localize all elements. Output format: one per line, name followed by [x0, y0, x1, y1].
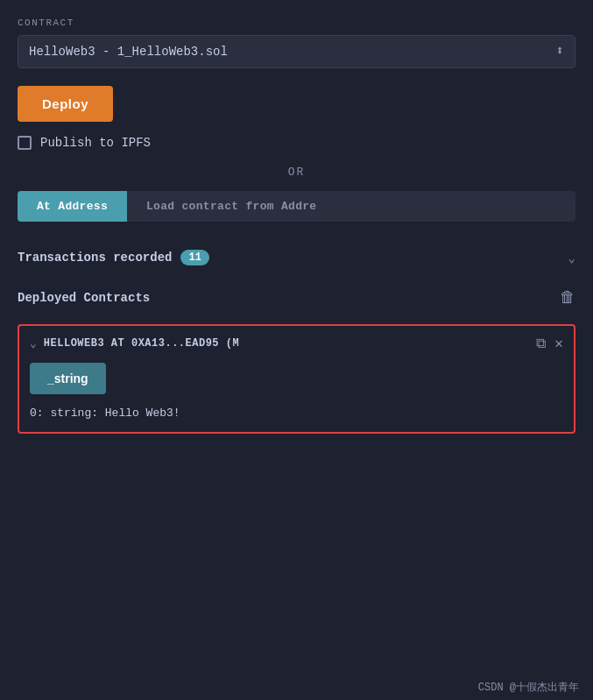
- instance-title-row: ⌄ HELLOWEB3 AT 0XA13...EAD95 (M: [30, 336, 239, 350]
- footer-bar: CSDN @十假杰出青年: [0, 673, 593, 700]
- footer-text: CSDN @十假杰出青年: [478, 680, 579, 695]
- instance-chevron-icon[interactable]: ⌄: [30, 336, 37, 350]
- copy-icon[interactable]: ⧉: [536, 336, 546, 352]
- select-arrows-icon: ⬍: [555, 45, 564, 59]
- transactions-chevron-icon[interactable]: ⌄: [568, 251, 575, 265]
- contract-instance-box: ⌄ HELLOWEB3 AT 0XA13...EAD95 (M ⧉ ✕ _str…: [18, 324, 575, 434]
- string-button[interactable]: _string: [30, 363, 106, 394]
- tab-at-address[interactable]: At Address: [18, 191, 127, 222]
- contract-select-text: HelloWeb3 - 1_HelloWeb3.sol: [29, 45, 228, 59]
- publish-ipfs-label: Publish to IPFS: [40, 136, 151, 150]
- publish-ipfs-checkbox[interactable]: [18, 136, 32, 150]
- transactions-badge: 11: [180, 250, 208, 265]
- tab-load-contract[interactable]: Load contract from Addre: [127, 191, 575, 222]
- transactions-label: Transactions recorded: [18, 251, 172, 265]
- instance-icons: ⧉ ✕: [536, 335, 563, 352]
- transactions-row: Transactions recorded 11 ⌄: [18, 241, 575, 274]
- deployed-contracts-label: Deployed Contracts: [18, 291, 150, 305]
- instance-header: ⌄ HELLOWEB3 AT 0XA13...EAD95 (M ⧉ ✕: [30, 335, 563, 352]
- instance-title: HELLOWEB3 AT 0XA13...EAD95 (M: [44, 337, 239, 350]
- trash-icon[interactable]: 🗑: [560, 288, 575, 307]
- output-row: 0: string: Hello Web3!: [30, 403, 563, 420]
- deploy-button[interactable]: Deploy: [18, 86, 113, 122]
- publish-ipfs-row: Publish to IPFS: [18, 136, 575, 150]
- main-panel: CONTRACT HelloWeb3 - 1_HelloWeb3.sol ⬍ D…: [0, 0, 593, 451]
- contract-select[interactable]: HelloWeb3 - 1_HelloWeb3.sol ⬍: [18, 35, 575, 68]
- or-divider: OR: [18, 166, 575, 179]
- transactions-left: Transactions recorded 11: [18, 250, 209, 265]
- contract-section-label: CONTRACT: [18, 18, 575, 28]
- close-icon[interactable]: ✕: [554, 335, 563, 352]
- deployed-contracts-row: Deployed Contracts 🗑: [18, 279, 575, 315]
- tabs-row: At Address Load contract from Addre: [18, 191, 575, 222]
